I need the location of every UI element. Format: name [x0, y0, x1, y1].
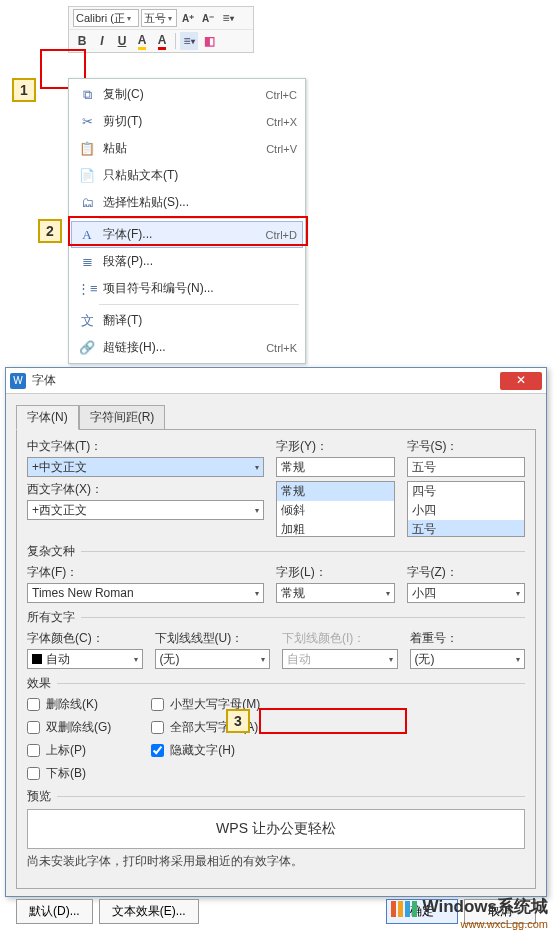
font-color-button[interactable]: A: [153, 32, 171, 50]
bold-button[interactable]: B: [73, 32, 91, 50]
font-dialog: W 字体 ✕ 字体(N) 字符间距(R) 中文字体(T)： +中文正文▾ 字形(…: [5, 367, 547, 897]
font-hint: 尚未安装此字体，打印时将采用最相近的有效字体。: [27, 853, 525, 870]
color-label: 字体颜色(C)：: [27, 630, 143, 647]
cx-font-combo[interactable]: Times New Roman▾: [27, 583, 264, 603]
watermark-url: www.wxcLgg.com: [391, 918, 548, 930]
tab-panel-font: 中文字体(T)： +中文正文▾ 字形(Y)： 常规 字号(S)： 五号 西文字体…: [16, 429, 536, 889]
menu-separator: [99, 218, 299, 219]
paragraph-icon: ≣: [77, 254, 97, 269]
close-button[interactable]: ✕: [500, 372, 542, 390]
menu-paragraph[interactable]: ≣ 段落(P)...: [71, 248, 303, 275]
tab-font[interactable]: 字体(N): [16, 405, 79, 430]
size-listbox[interactable]: 四号 小四 五号: [407, 481, 526, 537]
watermark-bars-icon: [391, 901, 417, 917]
menu-separator: [99, 304, 299, 305]
underline-style-combo[interactable]: (无)▾: [155, 649, 271, 669]
increase-font-icon[interactable]: A⁺: [179, 9, 197, 27]
preview-box: WPS 让办公更轻松: [27, 809, 525, 849]
cx-style-label: 字形(L)：: [276, 564, 395, 581]
cx-size-combo[interactable]: 小四▾: [407, 583, 526, 603]
clipboard-icon: 📋: [77, 141, 97, 156]
font-icon: A: [77, 227, 97, 243]
cn-font-label: 中文字体(T)：: [27, 438, 264, 455]
menu-font[interactable]: A 字体(F)... Ctrl+D: [71, 221, 303, 248]
style-label: 字形(Y)：: [276, 438, 395, 455]
app-icon: W: [10, 373, 26, 389]
preview-label: 预览: [27, 788, 51, 805]
cx-style-combo[interactable]: 常规▾: [276, 583, 395, 603]
west-font-label: 西文字体(X)：: [27, 481, 264, 498]
translate-icon: 文: [77, 312, 97, 330]
chk-strike[interactable]: 删除线(K): [27, 696, 111, 713]
tab-spacing[interactable]: 字符间距(R): [79, 405, 166, 430]
all-text-label: 所有文字: [27, 609, 75, 626]
dialog-titlebar: W 字体 ✕: [6, 368, 546, 394]
italic-button[interactable]: I: [93, 32, 111, 50]
cx-font-label: 字体(F)：: [27, 564, 264, 581]
formatting-toolbar: Calibri (正▾ 五号▾ A⁺ A⁻ ≡▾ B I U A A ≡▾ ◧: [68, 6, 254, 53]
underline-color-combo: 自动▾: [282, 649, 398, 669]
paste-special-icon: 🗂: [77, 195, 97, 210]
context-menu: ⧉ 复制(C) Ctrl+C ✂ 剪切(T) Ctrl+X 📋 粘贴 Ctrl+…: [68, 78, 306, 364]
step-marker-1: 1: [12, 78, 36, 102]
menu-paste[interactable]: 📋 粘贴 Ctrl+V: [71, 135, 303, 162]
size-input[interactable]: 五号: [407, 457, 526, 477]
font-color-combo[interactable]: 自动▾: [27, 649, 143, 669]
link-icon: 🔗: [77, 340, 97, 355]
west-font-combo[interactable]: +西文正文▾: [27, 500, 264, 520]
step-marker-2: 2: [38, 219, 62, 243]
bullets-icon: ⋮≡: [77, 281, 97, 296]
size-label: 字号(S)：: [407, 438, 526, 455]
default-button[interactable]: 默认(D)...: [16, 899, 93, 924]
ul-color-label: 下划线颜色(I)：: [282, 630, 398, 647]
menu-hyperlink[interactable]: 🔗 超链接(H)... Ctrl+K: [71, 334, 303, 361]
style-listbox[interactable]: 常规 倾斜 加粗: [276, 481, 395, 537]
toolbar-row-2: B I U A A ≡▾ ◧: [69, 30, 253, 52]
font-size-combo[interactable]: 五号▾: [141, 9, 177, 27]
dialog-title: 字体: [32, 372, 56, 389]
effects-label: 效果: [27, 675, 51, 692]
decrease-font-icon[interactable]: A⁻: [199, 9, 217, 27]
chk-hidden[interactable]: 隐藏文字(H): [151, 742, 260, 759]
copy-icon: ⧉: [77, 87, 97, 103]
eraser-icon[interactable]: ◧: [200, 32, 218, 50]
emphasis-combo[interactable]: (无)▾: [410, 649, 526, 669]
menu-paste-special[interactable]: 🗂 选择性粘贴(S)...: [71, 189, 303, 216]
chk-super[interactable]: 上标(P): [27, 742, 111, 759]
font-name-combo[interactable]: Calibri (正▾: [73, 9, 139, 27]
chk-sub[interactable]: 下标(B): [27, 765, 111, 782]
menu-bullets[interactable]: ⋮≡ 项目符号和编号(N)...: [71, 275, 303, 302]
style-input[interactable]: 常规: [276, 457, 395, 477]
menu-paste-text[interactable]: 📄 只粘贴文本(T): [71, 162, 303, 189]
menu-translate[interactable]: 文 翻译(T): [71, 307, 303, 334]
step-marker-3: 3: [226, 709, 250, 733]
scissors-icon: ✂: [77, 114, 97, 129]
emphasis-label: 着重号：: [410, 630, 526, 647]
underline-button[interactable]: U: [113, 32, 131, 50]
line-spacing-icon[interactable]: ≡▾: [219, 9, 237, 27]
complex-group-label: 复杂文种: [27, 543, 75, 560]
menu-copy[interactable]: ⧉ 复制(C) Ctrl+C: [71, 81, 303, 108]
cx-size-label: 字号(Z)：: [407, 564, 526, 581]
highlight-button[interactable]: A: [133, 32, 151, 50]
toolbar-row-1: Calibri (正▾ 五号▾ A⁺ A⁻ ≡▾: [69, 7, 253, 30]
paste-text-icon: 📄: [77, 168, 97, 183]
text-effect-button[interactable]: 文本效果(E)...: [99, 899, 199, 924]
chk-dstrike[interactable]: 双删除线(G): [27, 719, 111, 736]
ul-label: 下划线线型(U)：: [155, 630, 271, 647]
align-button[interactable]: ≡▾: [180, 32, 198, 50]
watermark-title: Windows系统城: [423, 897, 548, 916]
cn-font-combo[interactable]: +中文正文▾: [27, 457, 264, 477]
watermark: Windows系统城 www.wxcLgg.com: [391, 895, 548, 930]
menu-cut[interactable]: ✂ 剪切(T) Ctrl+X: [71, 108, 303, 135]
dialog-tabs: 字体(N) 字符间距(R): [16, 404, 536, 429]
